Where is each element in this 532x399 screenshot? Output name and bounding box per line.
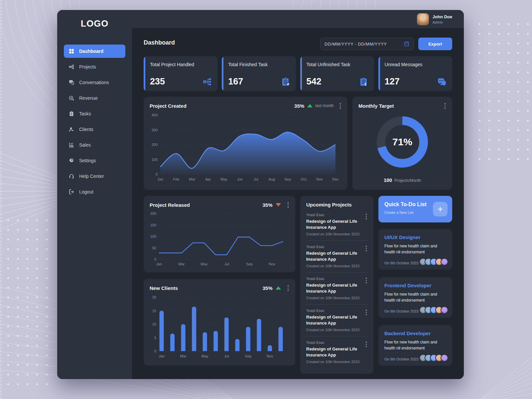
sidebar-item-label: Conversations (79, 80, 109, 85)
sales-icon (68, 142, 74, 148)
accent-bar (144, 56, 145, 91)
sidebar-nav: Dashboard Projects Conversations $ Reven… (57, 45, 132, 201)
job-date: On 6th October 2023 (384, 357, 419, 361)
job-description: Flow for new health claim and health nil… (384, 339, 440, 351)
svg-text:Mar: Mar (180, 354, 187, 358)
more-options-icon[interactable] (286, 284, 290, 292)
user-role: Admin (433, 20, 452, 24)
svg-text:May: May (201, 354, 208, 358)
svg-text:Jul: Jul (253, 177, 258, 181)
date-range-picker[interactable]: DD/MM/YYYY - DD/MM/YYYY (320, 38, 414, 50)
more-options-icon[interactable] (364, 309, 368, 316)
sidebar-item-settings[interactable]: Settings (64, 154, 125, 167)
sidebar-item-projects[interactable]: Projects (64, 60, 125, 73)
user-name: John Doe (433, 14, 452, 19)
workflow-icon (202, 77, 212, 87)
upcoming-list: Yoast Esac Redesign of General Life Insu… (306, 209, 368, 368)
avatar (441, 258, 448, 266)
conversations-icon (68, 79, 74, 85)
sidebar-item-dashboard[interactable]: Dashboard (64, 45, 125, 58)
sidebar-item-logout[interactable]: Logout (64, 185, 125, 199)
svg-text:Sep: Sep (245, 354, 252, 358)
sidebar-item-conversations[interactable]: Conversations (64, 76, 125, 89)
svg-text:300: 300 (152, 128, 158, 132)
sidebar-item-help-center[interactable]: Help Center (64, 170, 125, 183)
change-value: 35% (262, 285, 272, 291)
sidebar-item-tasks[interactable]: Tasks (64, 107, 125, 120)
sidebar-item-sales[interactable]: Sales (64, 138, 125, 152)
sidebar-item-label: Help Center (79, 174, 104, 179)
chart-title: Project Created (150, 103, 294, 109)
upcoming-item: Yoast Esac Redesign of General Life Insu… (306, 241, 368, 273)
upcoming-item: Yoast Esac Redesign of General Life Insu… (306, 209, 368, 241)
quick-todo-card: Quick To-Do List Create a New List + (378, 196, 452, 222)
stat-label: Total Finished Task (228, 62, 268, 67)
clipboard-check-icon (281, 77, 291, 87)
donut-chart: 71% (352, 110, 452, 172)
project-released-card: Project Released 35% 050100150200JanMarM… (144, 196, 295, 272)
created-date: Created on 10th November 2023 (306, 328, 367, 332)
svg-text:Nov: Nov (269, 262, 275, 266)
client-name: Yoast Esac (306, 213, 367, 217)
svg-text:Oct: Oct (301, 177, 307, 181)
page-title: Dashboard (144, 39, 175, 46)
svg-text:May: May (220, 177, 227, 181)
more-options-icon[interactable] (364, 277, 368, 284)
sidebar-item-label: Dashboard (79, 49, 103, 54)
dot-grid-left (3, 215, 54, 392)
chart-title: Project Released (150, 202, 262, 208)
svg-text:5: 5 (154, 335, 156, 339)
sidebar-item-clients[interactable]: Clients (64, 123, 125, 136)
created-date: Created on 10th November 2023 (306, 296, 367, 300)
svg-text:Nov: Nov (316, 177, 323, 181)
accent-bar (300, 56, 302, 91)
svg-text:$: $ (70, 97, 72, 99)
client-name: Yoast Esac (306, 245, 367, 249)
project-name: Redesign of General Life Insurance App (306, 346, 363, 358)
avatar-stack (422, 258, 448, 266)
svg-text:0: 0 (156, 172, 158, 176)
user-menu[interactable]: John Doe Admin (417, 13, 452, 25)
svg-text:Jul: Jul (224, 354, 229, 358)
svg-text:100: 100 (150, 234, 156, 238)
stat-label: Total Project Handled (150, 62, 194, 67)
upcoming-item: Yoast Esac Redesign of General Life Insu… (306, 273, 368, 305)
sidebar-item-revenue[interactable]: $ Revenue (64, 91, 125, 105)
topbar: John Doe Admin (132, 10, 464, 29)
trend-up-icon (276, 286, 281, 290)
add-list-button[interactable]: + (433, 202, 448, 216)
avatar-stack (422, 306, 448, 314)
trend-down-icon (276, 203, 281, 206)
app-logo: LOGO (57, 19, 132, 29)
todo-title: Quick To-Do List (384, 201, 427, 207)
more-options-icon[interactable] (364, 340, 368, 348)
new-clients-card: New Clients 35% 05101520JanMarMayJulSepN… (144, 279, 295, 365)
more-options-icon[interactable] (286, 201, 290, 209)
more-options-icon[interactable] (364, 213, 368, 220)
svg-text:Jan: Jan (157, 177, 163, 181)
chat-icon (437, 77, 447, 87)
project-name: Redesign of General Life Insurance App (306, 282, 363, 294)
svg-text:0: 0 (154, 349, 156, 353)
chart-title: New Clients (150, 285, 262, 291)
stat-card: Total Project Handled 235 (144, 56, 217, 91)
stat-card: Total Unfinished Task 542 (300, 56, 374, 91)
svg-text:Sep: Sep (246, 262, 253, 266)
job-title: Backend Developer (384, 331, 431, 336)
stat-value: 127 (385, 76, 400, 87)
more-options-icon[interactable] (443, 102, 447, 110)
more-options-icon[interactable] (338, 102, 342, 110)
svg-text:15: 15 (152, 309, 156, 313)
avatar-stack (422, 354, 448, 362)
client-name: Yoast Esac (306, 340, 367, 344)
logout-icon (68, 189, 74, 195)
accent-bar (378, 56, 380, 91)
change-value: 35% (294, 103, 304, 109)
export-button[interactable]: Export (418, 38, 452, 50)
main-content: Dashboard DD/MM/YYYY - DD/MM/YYYY Export… (132, 29, 464, 379)
svg-text:71%: 71% (392, 136, 412, 147)
created-date: Created on 10th November 2023 (306, 360, 367, 364)
more-options-icon[interactable] (364, 245, 368, 252)
todo-subtitle: Create a New List (384, 210, 413, 214)
job-title: Frontend Developer (384, 283, 432, 288)
